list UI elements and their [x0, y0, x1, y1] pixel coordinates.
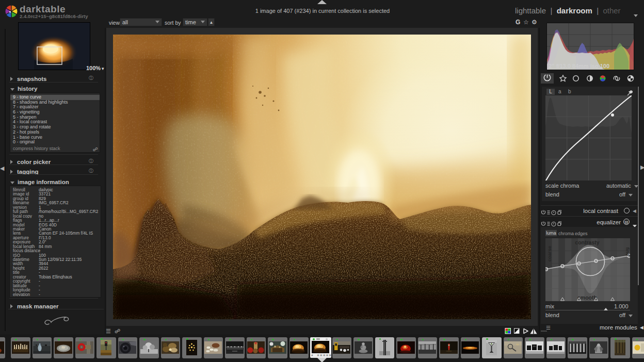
svg-text:fine: fine	[625, 248, 630, 256]
svg-text:contrasty: contrasty	[575, 239, 599, 245]
svg-text:coarse: coarse	[546, 246, 552, 262]
